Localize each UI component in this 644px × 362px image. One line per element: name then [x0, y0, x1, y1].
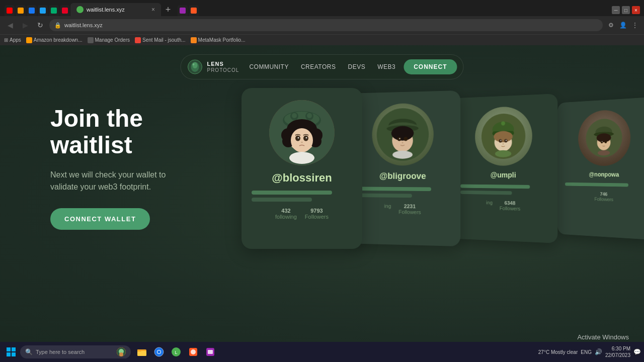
nav-links: COMMUNITY CREATORS DEVS WEB3	[249, 63, 395, 70]
followers-label: Followers	[305, 214, 329, 220]
card2-avatar-art	[377, 108, 429, 161]
following-stat: 432 following	[275, 208, 297, 220]
username-3: @umpli	[491, 171, 516, 179]
profile-card-4: @nonpowa 746 Followers	[557, 97, 644, 240]
tab-close-btn[interactable]: ×	[151, 6, 155, 13]
svg-point-20	[298, 137, 299, 139]
followers-stat-2: 2231 Followers	[398, 203, 421, 215]
amazon-favicon	[26, 37, 32, 43]
svg-rect-63	[137, 351, 146, 356]
nav-logo-text: LENS PROTOCOL	[207, 61, 239, 72]
bookmark-metamask[interactable]: MetaMask Portfolio...	[191, 37, 246, 43]
nav-logo-name: LENS	[207, 61, 239, 67]
profile-stats-2: ing 2231 Followers	[384, 203, 421, 215]
hero-title-line2: waitlist	[50, 132, 132, 158]
menu-btn[interactable]: ⋮	[630, 20, 640, 30]
taskbar-file-explorer[interactable]	[134, 344, 150, 360]
apps-icon: ⊞	[4, 37, 8, 43]
temp-label: 27°C Mostly clear	[538, 349, 578, 355]
profile-stats-4: 746 Followers	[594, 192, 613, 202]
taskbar-clock[interactable]: 6:30 PM 22/07/2023	[605, 345, 630, 358]
profile-bar-3-bottom	[460, 191, 512, 195]
address-bar[interactable]: 🔒 waitlist.lens.xyz	[49, 19, 603, 31]
profile-card-1: @blossiren 432 following 9793 Followers	[242, 88, 362, 249]
following-label: following	[275, 214, 297, 220]
maximize-btn[interactable]: □	[622, 6, 630, 14]
gmail-favicon	[135, 37, 141, 43]
taskbar-apps: L	[134, 344, 218, 360]
apps-label: Apps	[10, 37, 21, 43]
cards-section: @blossiren 432 following 9793 Followers	[242, 88, 644, 249]
taskbar-tray: 27°C Mostly clear ENG 🔊 6:30 PM 22/07/20…	[538, 345, 641, 358]
svg-point-61	[119, 352, 123, 356]
lock-icon: 🔒	[54, 22, 61, 29]
close-btn[interactable]: ×	[632, 6, 640, 14]
nav-community[interactable]: COMMUNITY	[249, 63, 289, 70]
start-button[interactable]	[3, 344, 19, 360]
followers-count-2: 2231	[404, 203, 416, 209]
followers-count-stat-3: 6348 Followers	[500, 200, 520, 212]
profile-bars-2	[356, 187, 450, 198]
taskbar-app-5[interactable]	[202, 344, 218, 360]
profile-stats-3: ing 6348 Followers	[486, 200, 520, 211]
nav-creators[interactable]: CREATORS	[301, 63, 336, 70]
profile-bars-4	[565, 183, 644, 187]
username-4: @nonpowa	[589, 171, 619, 178]
nav-web3[interactable]: WEB3	[377, 63, 395, 70]
followers-val-3: 6348	[505, 200, 516, 206]
svg-text:L: L	[175, 350, 177, 355]
new-tab-btn[interactable]: +	[161, 3, 175, 16]
page-content: LENS PROTOCOL COMMUNITY CREATORS DEVS WE…	[0, 45, 644, 362]
followers-label-2: Followers	[398, 209, 421, 215]
blossiren-avatar-art	[269, 100, 335, 165]
volume-icon[interactable]: 🔊	[595, 348, 602, 355]
bookmark-manage-orders[interactable]: Manage Orders	[88, 37, 130, 43]
url-text: waitlist.lens.xyz	[64, 22, 103, 28]
nav-logo: LENS PROTOCOL	[187, 59, 239, 75]
nav-devs[interactable]: DEVS	[348, 63, 365, 70]
minimize-btn[interactable]: ─	[612, 6, 620, 14]
svg-point-23	[289, 152, 314, 164]
taskbar-app-4[interactable]	[185, 344, 201, 360]
following-label-2: ing	[384, 203, 391, 209]
following-label-3: ing	[486, 200, 493, 205]
forward-btn[interactable]: ▶	[19, 19, 31, 31]
amazon-label: Amazon breakdown...	[34, 37, 83, 43]
profile-btn[interactable]: 👤	[618, 20, 628, 30]
followers-stat-4: 746 Followers	[594, 192, 613, 202]
bookmarks-bar: ⊞ Apps Amazon breakdown... Manage Orders…	[0, 34, 644, 45]
taskbar-search[interactable]: 🔍 Type here to search	[20, 345, 131, 358]
time-display: 6:30 PM	[612, 345, 630, 352]
reload-btn[interactable]: ↻	[34, 19, 46, 31]
bookmark-gmail[interactable]: Sent Mail - jsouth...	[135, 37, 186, 43]
bookmark-apps[interactable]: ⊞ Apps	[4, 37, 21, 43]
svg-point-2	[192, 62, 197, 68]
notification-icon[interactable]: 💬	[633, 348, 641, 355]
extensions-btn[interactable]: ⚙	[606, 20, 616, 30]
manage-label: Manage Orders	[95, 37, 130, 43]
taskbar-browser[interactable]	[151, 344, 167, 360]
avatar-3	[475, 106, 532, 165]
hero-section: Join the waitlist Next we will check you…	[50, 106, 191, 230]
taskbar-app-3[interactable]: L	[168, 344, 184, 360]
connect-wallet-button[interactable]: CONNECT WALLET	[50, 208, 150, 230]
active-browser-tab[interactable]: waitlist.lens.xyz ×	[70, 3, 161, 16]
profile-bar-2-top	[356, 187, 431, 191]
profile-bar-3-top	[460, 185, 530, 189]
search-icon-parrot	[117, 347, 126, 356]
followers-lbl-3: Followers	[500, 206, 520, 212]
svg-point-10	[307, 113, 312, 118]
taskbar: 🔍 Type here to search L 27°C Mostly	[0, 342, 644, 362]
avatar-blossiren	[269, 100, 335, 165]
svg-point-67	[157, 350, 160, 353]
profile-bars-3	[460, 185, 548, 196]
svg-rect-55	[7, 347, 11, 351]
following-stat-2: ing	[384, 203, 391, 215]
followers-lbl-4: Followers	[594, 197, 613, 202]
card4-avatar-art	[586, 118, 622, 157]
nav-connect-button[interactable]: CONNECT	[404, 59, 457, 74]
back-btn[interactable]: ◀	[4, 19, 16, 31]
avatar-4	[578, 109, 630, 166]
bookmark-amazon[interactable]: Amazon breakdown...	[26, 37, 83, 43]
hero-title: Join the waitlist	[50, 106, 191, 159]
